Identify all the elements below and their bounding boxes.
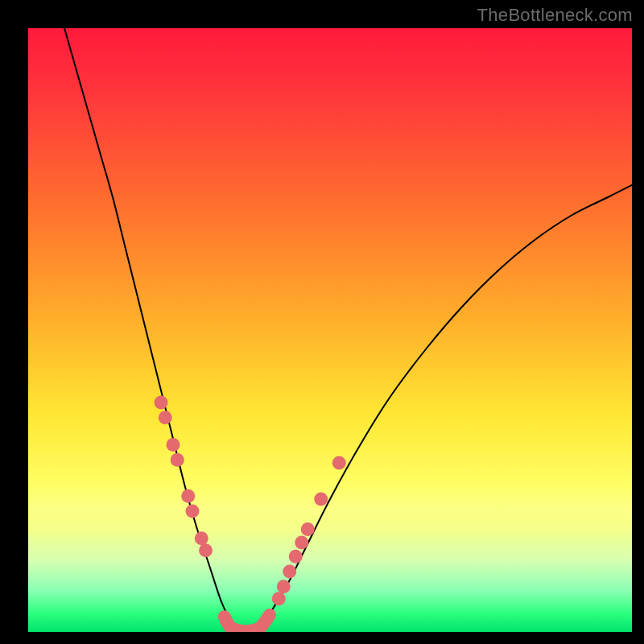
data-dot bbox=[283, 565, 296, 579]
bottom-marker-path bbox=[225, 615, 270, 631]
data-dot bbox=[159, 411, 172, 424]
data-dot bbox=[272, 592, 286, 605]
data-dot bbox=[289, 550, 303, 564]
data-dot bbox=[314, 493, 328, 506]
left-curve bbox=[64, 28, 240, 632]
right-dots-group bbox=[272, 456, 346, 606]
plot-area bbox=[28, 28, 632, 632]
watermark-text: TheBottleneck.com bbox=[477, 5, 633, 26]
data-dot bbox=[155, 396, 168, 410]
data-dot bbox=[199, 543, 213, 557]
data-dot bbox=[186, 505, 200, 518]
right-curve bbox=[258, 185, 632, 632]
data-dot bbox=[295, 536, 308, 550]
outer-frame: TheBottleneck.com bbox=[0, 0, 644, 644]
data-dot bbox=[277, 580, 291, 593]
data-dot bbox=[167, 438, 180, 452]
data-dot bbox=[181, 489, 195, 503]
data-dot bbox=[195, 531, 208, 545]
left-dots-group bbox=[155, 396, 213, 558]
data-dot bbox=[301, 522, 315, 536]
chart-svg bbox=[28, 28, 632, 632]
data-dot bbox=[332, 456, 346, 470]
data-dot bbox=[171, 453, 184, 467]
